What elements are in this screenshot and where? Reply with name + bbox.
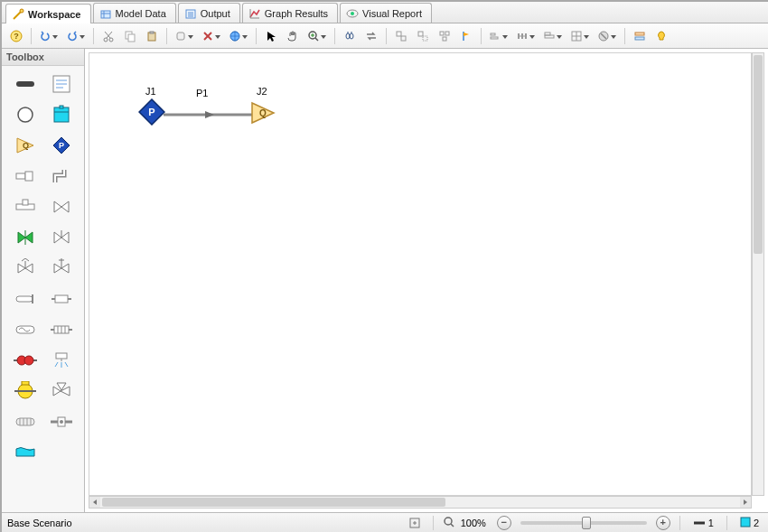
tool-assigned-pressure[interactable]: P [47,133,76,158]
svg-marker-80 [54,232,61,243]
align-button[interactable] [485,26,512,46]
svg-rect-40 [445,32,449,35]
tab-workspace[interactable]: Workspace [5,4,91,23]
tool-tee[interactable] [11,194,40,219]
svg-rect-66 [60,106,63,108]
redo-button[interactable] [62,26,89,46]
separator [334,28,335,44]
tool-pipe[interactable] [11,71,40,97]
tool-hx-b[interactable] [47,317,76,342]
zoom-out-button[interactable]: − [497,516,511,530]
tool-three-way[interactable] [47,378,76,404]
lock-button[interactable] [594,26,621,46]
junction-j2[interactable]: Q [250,101,276,126]
undo-button[interactable] [35,26,62,46]
vertical-scrollbar[interactable] [752,52,764,496]
pointer-tool[interactable] [260,26,282,46]
cut-button[interactable] [98,26,119,46]
tool-pump-red[interactable] [11,348,40,373]
layer-manager-button[interactable] [629,26,651,46]
scenario-name: Base Scenario [7,518,72,528]
svg-rect-115 [16,418,34,425]
tool-branch[interactable] [11,102,40,127]
junction-j1[interactable]: P [138,98,165,127]
svg-rect-64 [54,107,69,122]
tool-check-valve[interactable] [11,225,40,250]
pan-tool[interactable] [282,26,304,46]
pipe-count-box: 1 [689,518,717,528]
svg-marker-131 [744,499,747,505]
layers-button[interactable] [539,26,567,46]
svg-text:Q: Q [23,141,29,150]
separator [386,28,387,44]
svg-marker-78 [25,232,33,243]
scroll-right-icon[interactable] [740,497,751,508]
swap-button[interactable] [361,26,382,46]
tool-control-valve[interactable] [11,256,40,281]
tool-orifice[interactable] [47,409,76,434]
tool-hx-a[interactable] [11,317,40,342]
junction-icon [740,517,751,529]
zoom-slider[interactable] [520,521,647,525]
junction-count: 2 [754,518,759,528]
tab-output[interactable]: Output [178,3,240,23]
svg-line-28 [315,38,318,41]
workspace-canvas[interactable]: J1 P P1 J2 Q [89,52,752,496]
tool-area-change[interactable] [11,163,40,189]
duplicate-button[interactable] [171,26,198,46]
model-data-icon [99,7,112,20]
group-c-button[interactable] [434,26,455,46]
horizontal-scrollbar[interactable] [89,496,752,509]
delete-button[interactable] [198,26,225,46]
tool-spray[interactable] [47,348,76,373]
svg-point-63 [18,107,33,122]
copy-button[interactable] [119,26,141,46]
tool-valve-c[interactable] [47,225,76,250]
zoom-in-button[interactable]: + [656,516,670,530]
svg-point-123 [60,420,63,424]
globe-button[interactable] [225,26,252,46]
paste-button[interactable] [141,26,163,46]
scrollbar-thumb[interactable] [754,55,763,254]
svg-rect-104 [56,353,67,359]
tool-relief-valve[interactable] [47,256,76,281]
svg-rect-48 [525,33,527,39]
tool-annotation[interactable] [47,71,76,97]
zoom-icon[interactable] [443,516,455,530]
output-icon [184,7,197,20]
svg-rect-20 [128,34,135,42]
group-b-button[interactable] [412,26,434,46]
fit-window-button[interactable] [406,515,424,531]
visual-report-icon [346,7,359,20]
tool-bend[interactable] [47,163,76,189]
tool-weir[interactable] [11,440,40,465]
tool-assigned-flow[interactable]: Q [11,133,40,158]
tips-button[interactable] [651,26,672,46]
workspace-icon [12,8,24,21]
separator [624,28,625,44]
distribute-button[interactable] [512,26,539,46]
tab-model-data[interactable]: Model Data [93,3,176,23]
tab-graph-results[interactable]: Graph Results [242,3,338,23]
tool-pump-yellow[interactable] [11,378,40,404]
scroll-left-icon[interactable] [89,497,100,508]
zoom-slider-thumb[interactable] [582,517,591,529]
grid-button[interactable] [567,26,594,46]
flag-button[interactable] [455,26,477,46]
tool-general[interactable] [47,286,76,312]
junction-count-box: 2 [736,517,763,529]
svg-rect-56 [635,33,644,35]
pipe-p1[interactable] [164,109,254,120]
scrollbar-thumb[interactable] [102,498,445,507]
tool-screen[interactable] [11,409,40,434]
tab-visual-report[interactable]: Visual Report [340,3,432,23]
zoom-tool[interactable] [304,26,331,46]
svg-marker-130 [93,499,97,505]
find-button[interactable] [339,26,361,46]
svg-point-1 [20,9,23,13]
help-button[interactable]: ? [5,26,27,46]
tool-dead-end[interactable] [11,286,40,312]
tool-valve-a[interactable] [47,194,76,219]
tool-reservoir[interactable] [47,102,76,127]
group-a-button[interactable] [390,26,412,46]
